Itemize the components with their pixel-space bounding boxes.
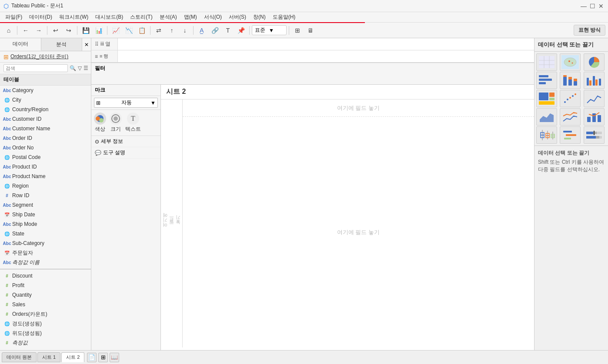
forward-button[interactable]: → (33, 24, 45, 36)
field-productid[interactable]: Abc Product ID (0, 162, 91, 172)
field-quantity[interactable]: # Quantity (0, 290, 91, 300)
field-country[interactable]: 🌐 Country/Region (0, 105, 91, 114)
field-orderid[interactable]: Abc Order ID (0, 133, 91, 143)
chart-bar-line[interactable] (584, 108, 605, 126)
save-button[interactable]: 💾 (80, 24, 92, 36)
text-format-button[interactable]: T (222, 24, 234, 36)
menu-story[interactable]: 스토리(T) (127, 13, 156, 22)
back-button[interactable]: ← (20, 24, 32, 36)
menu-data[interactable]: 데이터(D) (26, 13, 56, 22)
chart-geographic-map[interactable] (560, 53, 581, 71)
field-customername[interactable]: Abc Customer Name (0, 124, 91, 133)
new-ds-button[interactable]: 📊 (93, 24, 105, 36)
tab-data[interactable]: 데이터 (0, 38, 41, 51)
marks-tooltip-row[interactable]: 💬 도구 설명 (91, 147, 160, 159)
marks-detail-row[interactable]: ⊙ 세부 정보 (91, 136, 160, 147)
menu-server[interactable]: 서버(S) (225, 13, 250, 22)
marks-size-item[interactable]: 크기 (110, 113, 122, 133)
field-orders-count[interactable]: # Orders(카운트) (0, 309, 91, 319)
field-measurevalues[interactable]: # 측정값 (0, 338, 91, 347)
drop-top-zone[interactable]: 여기에 필드 놓기 (183, 99, 534, 117)
field-latitude[interactable]: 🌐 위도(생성됨) (0, 328, 91, 338)
tab-sheet2[interactable]: 시트 2 (61, 352, 84, 362)
menu-map[interactable]: 맵(M) (180, 13, 200, 22)
chart-bullet[interactable] (584, 126, 605, 144)
menu-dashboard[interactable]: 대시보드(B) (92, 13, 127, 22)
new-story-button[interactable]: 📖 (110, 353, 119, 362)
chart-bar-button[interactable]: 📈 (110, 24, 122, 36)
field-city[interactable]: 🌐 City (0, 95, 91, 105)
chart-gantt[interactable] (560, 126, 581, 144)
marks-text-item[interactable]: T 텍스트 (125, 113, 141, 133)
menu-file[interactable]: 파일(F) (2, 13, 26, 22)
home-button[interactable]: ⌂ (3, 24, 15, 36)
chart-area[interactable] (536, 108, 557, 126)
menu-format[interactable]: 서식(O) (200, 13, 225, 22)
menu-window[interactable]: 창(N) (250, 13, 269, 22)
marks-type-dropdown[interactable]: ⊞ 자동 ▼ (94, 98, 158, 108)
menu-help[interactable]: 도움말(H) (269, 13, 299, 22)
device-button[interactable]: 🖥 (304, 24, 317, 36)
chart-stacked-bar[interactable] (560, 72, 581, 89)
field-orderno[interactable]: Abc Order No (0, 143, 91, 152)
tab-sheet1[interactable]: 시트 1 (37, 352, 60, 362)
list-view-icon[interactable]: ☰ (84, 65, 88, 71)
filter-icon[interactable]: ▽ (78, 65, 82, 71)
redo-button[interactable]: ↪ (63, 24, 75, 36)
field-subcategory[interactable]: Abc Sub-Category (0, 238, 91, 248)
chart-treemap[interactable] (536, 90, 557, 107)
fit-button[interactable]: ⊞ (291, 24, 304, 36)
chart-dual-line[interactable] (560, 108, 581, 126)
new-sheet-button[interactable]: 📄 (87, 353, 97, 362)
chart-options-button[interactable]: 📉 (123, 24, 135, 36)
chart-horizontal-bar[interactable] (536, 72, 557, 89)
field-rowid[interactable]: # Row ID (0, 191, 91, 200)
search-input[interactable] (3, 64, 68, 72)
search-icon[interactable]: 🔍 (70, 65, 76, 71)
field-profit[interactable]: # Profit (0, 281, 91, 290)
field-discount[interactable]: # Discount (0, 271, 91, 281)
highlight-button[interactable]: A̲ (196, 24, 208, 36)
field-region[interactable]: 🌐 Region (0, 181, 91, 191)
field-orderdate[interactable]: 📅 주문일자 (0, 248, 91, 258)
swap-button[interactable]: ⇄ (153, 24, 165, 36)
minimize-button[interactable]: — (580, 3, 587, 10)
tab-analysis[interactable]: 분석 (41, 38, 83, 51)
field-sales[interactable]: # Sales (0, 300, 91, 309)
field-shipmode[interactable]: Abc Ship Mode (0, 219, 91, 229)
chart-more-button[interactable]: 📋 (136, 24, 148, 36)
field-shipdate[interactable]: 📅 Ship Date (0, 210, 91, 219)
show-me-button[interactable]: 표현 방식 (574, 25, 605, 36)
drop-left-zone[interactable]: 여기에필드놓기 (161, 99, 183, 347)
field-longitude[interactable]: 🌐 경도(생성됨) (0, 319, 91, 328)
maximize-button[interactable]: ☐ (589, 3, 596, 10)
marks-color-item[interactable]: 색상 (94, 113, 106, 133)
field-productname[interactable]: Abc Product Name (0, 172, 91, 181)
rows-shelf-content[interactable] (117, 50, 534, 62)
field-category[interactable]: Abc Category (0, 86, 91, 95)
close-button[interactable]: ✕ (598, 3, 605, 10)
chart-text-table[interactable] (536, 53, 557, 71)
chart-line[interactable] (584, 90, 605, 107)
field-state[interactable]: 🌐 State (0, 229, 91, 238)
field-customerid[interactable]: Abc Customer ID (0, 114, 91, 124)
chart-box-plot[interactable] (536, 126, 557, 144)
field-measurenames[interactable]: Abc 측정값 이름 (0, 258, 91, 267)
pin-button[interactable]: 📌 (235, 24, 247, 36)
field-segment[interactable]: Abc Segment (0, 200, 91, 210)
sort-asc-button[interactable]: ↑ (166, 24, 178, 36)
link-button[interactable]: 🔗 (209, 24, 221, 36)
sort-desc-button[interactable]: ↓ (179, 24, 191, 36)
field-postalcode[interactable]: 🌐 Postal Code (0, 152, 91, 162)
undo-button[interactable]: ↩ (50, 24, 62, 36)
tab-datasource[interactable]: 데이터 원본 (2, 352, 37, 362)
panel-close-button[interactable]: ✕ (82, 38, 91, 51)
menu-analysis[interactable]: 분석(A) (156, 13, 180, 22)
drop-center-zone[interactable]: 여기에 필드 놓기 (183, 117, 534, 347)
menu-worksheet[interactable]: 워크시트(W) (56, 13, 92, 22)
datasource-name[interactable]: Orders(1강_데이터 준비) (10, 53, 68, 60)
chart-side-by-side[interactable] (584, 72, 605, 89)
chart-pie[interactable] (584, 53, 605, 71)
columns-shelf-content[interactable] (117, 38, 534, 50)
new-dashboard-button[interactable]: ⊞ (98, 353, 108, 362)
